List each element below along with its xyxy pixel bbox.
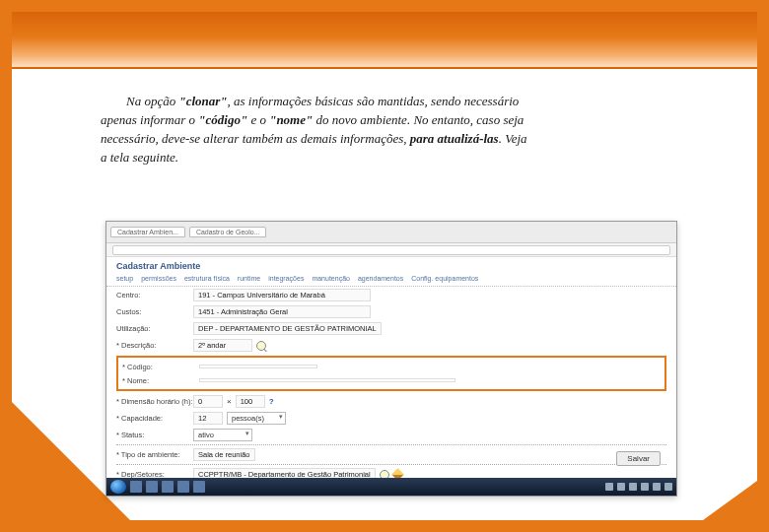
- custos-value: 1451 - Administração Geral: [193, 305, 371, 318]
- nome-input[interactable]: [199, 378, 455, 382]
- tipo-ambiente-label: * Tipo de ambiente:: [116, 450, 193, 459]
- nome-term: "nome": [269, 112, 313, 127]
- tray-icon[interactable]: [664, 483, 672, 491]
- x-icon: ×: [227, 397, 232, 406]
- tray-icon[interactable]: [605, 483, 613, 491]
- codigo-input[interactable]: [199, 365, 317, 368]
- field-row-status: * Status: ativo: [106, 427, 676, 443]
- status-dropdown[interactable]: ativo: [193, 429, 252, 441]
- descricao-label: * Descrição:: [116, 341, 193, 350]
- capacidade-input[interactable]: 12: [193, 412, 223, 425]
- task-icon[interactable]: [177, 481, 189, 493]
- centro-value: 191 - Campos Universitário de Marabá: [193, 289, 371, 301]
- dimensao-h-input[interactable]: 0: [193, 395, 223, 408]
- status-label: * Status:: [116, 431, 193, 439]
- field-row-descricao: * Descrição: 2º andar: [106, 337, 676, 354]
- capacidade-label: * Capacidade:: [116, 414, 193, 423]
- instruction-paragraph: Na opção "clonar", as informações básica…: [101, 93, 534, 166]
- task-icon[interactable]: [193, 481, 205, 493]
- tray-icon[interactable]: [641, 483, 649, 491]
- tray-icon[interactable]: [653, 483, 661, 491]
- field-row-capacidade: * Capacidade: 12 pessoa(s): [106, 410, 676, 427]
- taskbar: [106, 478, 676, 496]
- corner-accent-bottom-right: [703, 481, 757, 520]
- field-row-codigo: * Código:: [118, 360, 664, 373]
- menu-item[interactable]: estrutura física: [184, 275, 230, 282]
- task-icon[interactable]: [130, 481, 142, 493]
- menu-item[interactable]: agendamentos: [358, 275, 403, 282]
- salvar-button[interactable]: Salvar: [616, 451, 661, 466]
- field-row-tipo-ambiente: * Tipo de ambiente: Sala de reunião: [106, 446, 676, 463]
- centro-label: Centro:: [116, 291, 193, 299]
- text: Na opção: [126, 94, 178, 108]
- task-icon[interactable]: [162, 481, 174, 493]
- menu-item[interactable]: permissões: [141, 275, 176, 282]
- menu-item[interactable]: integrações: [268, 275, 304, 282]
- browser-tab[interactable]: Cadastrar Ambien...: [110, 227, 185, 237]
- slide-frame: Na opção "clonar", as informações básica…: [0, 0, 769, 532]
- dimensao-label: * Dimensão horário (h):: [116, 397, 193, 406]
- custos-label: Custos:: [116, 307, 193, 316]
- divider: [116, 464, 666, 465]
- clonar-term: "clonar": [178, 94, 227, 108]
- field-row-nome: * Nome:: [118, 373, 664, 387]
- codigo-term: "código": [198, 112, 247, 127]
- url-input[interactable]: [112, 245, 670, 255]
- nome-label: * Nome:: [122, 376, 199, 385]
- browser-tab[interactable]: Cadastro de Geolo...: [189, 227, 267, 237]
- page-title: Cadastrar Ambiente: [106, 257, 676, 273]
- start-button-icon[interactable]: [110, 480, 126, 494]
- highlighted-fields: * Código: * Nome:: [116, 356, 666, 391]
- task-icon[interactable]: [146, 481, 158, 493]
- divider: [116, 444, 666, 445]
- field-row-dimensao: * Dimensão horário (h): 0 × 100 ?: [106, 393, 676, 410]
- menu-item[interactable]: manutenção: [312, 275, 350, 282]
- codigo-label: * Código:: [122, 363, 199, 371]
- descricao-value: 2º andar: [193, 339, 252, 352]
- browser-tab-strip: Cadastrar Ambien... Cadastro de Geolo...: [106, 222, 676, 243]
- field-row-utilizacao: Utilização: DEP - DEPARTAMENTO DE GESTÃO…: [106, 320, 676, 337]
- tray-icon[interactable]: [617, 483, 625, 491]
- tray-icon[interactable]: [629, 483, 637, 491]
- address-bar: [106, 243, 676, 257]
- atualiza-term: para atualizá-las: [410, 131, 499, 146]
- menu-item[interactable]: runtime: [238, 275, 260, 282]
- dimensao-m-input[interactable]: 100: [236, 395, 265, 408]
- help-icon[interactable]: ?: [269, 397, 274, 406]
- utilizacao-label: Utilização:: [116, 324, 193, 333]
- pessoas-dropdown[interactable]: pessoa(s): [227, 412, 286, 425]
- embedded-screenshot: Cadastrar Ambien... Cadastro de Geolo...…: [105, 221, 677, 497]
- header-band: [12, 12, 757, 69]
- menu-item[interactable]: Config. equipamentos: [411, 275, 478, 282]
- menu-item[interactable]: setup: [116, 275, 133, 282]
- field-row-custos: Custos: 1451 - Administração Geral: [106, 303, 676, 320]
- utilizacao-value: DEP - DEPARTAMENTO DE GESTÃO PATRIMONIAL: [193, 322, 382, 335]
- text: e o: [247, 112, 269, 127]
- search-icon[interactable]: [256, 341, 266, 351]
- tipo-ambiente-value: Sala de reunião: [193, 448, 255, 461]
- system-tray: [605, 483, 672, 491]
- nav-menu: setup permissões estrutura física runtim…: [106, 273, 676, 287]
- field-row-centro: Centro: 191 - Campos Universitário de Ma…: [106, 287, 676, 303]
